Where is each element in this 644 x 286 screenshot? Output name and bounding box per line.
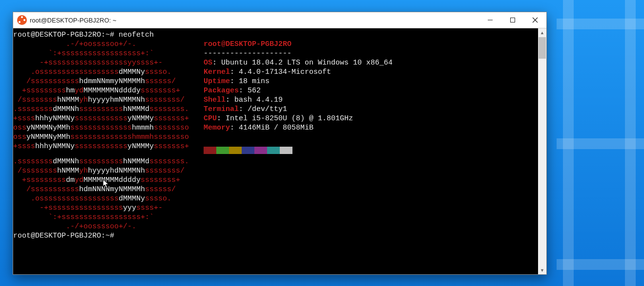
- neofetch-row: .ossssssssssssssssssdMMMNysssso.Kernel: …: [13, 67, 535, 77]
- value-cpu: : Intel i5-8250U (8) @ 1.801GHz: [217, 114, 353, 123]
- neofetch-row: /sssssssshNMMMyhhyyyyhdNMMMNhssssssss/: [13, 166, 535, 176]
- ascii-art-line: /ssssssssssshdmmNNmmyNMMMMhssssss/: [13, 77, 204, 86]
- label-memory: Memory: [204, 124, 230, 132]
- ascii-art-line: -+ssssssssssssssssssyyssss+-: [13, 58, 204, 67]
- neofetch-row: +ssssssssshmydMMMMMMMNddddyssssssss+Pack…: [13, 86, 535, 95]
- terminal-client-area[interactable]: root@DESKTOP-PGBJ2RO:~# neofetch .-/+oos…: [13, 28, 546, 274]
- titlebar[interactable]: root@DESKTOP-PGBJ2RO: ~: [13, 12, 546, 28]
- neofetch-info-line: Shell: bash 4.4.19: [204, 95, 283, 105]
- ascii-art-line: -+sssssssssssssssssyyyssss+-: [13, 203, 204, 213]
- terminal-output[interactable]: root@DESKTOP-PGBJ2RO:~# neofetch .-/+oos…: [13, 28, 538, 274]
- ascii-art-line: .ssssssssdMMMNhsssssssssshNMMMdssssssss.: [13, 157, 204, 166]
- ascii-art-line: ossyNMMMNyMMhsssssssssssssshmmmhssssssso: [13, 132, 204, 142]
- value-uptime: : 18 mins: [230, 77, 270, 86]
- label-kernel: Kernel: [204, 68, 230, 76]
- neofetch-row: -+sssssssssssssssssyyyssss+-: [13, 203, 535, 213]
- neofetch-row: .-/+oossssoo+/-.root@DESKTOP-PGBJ2RO: [13, 40, 535, 49]
- neofetch-row: +sssssssssdmydMMMMMMMMddddyssssssss+: [13, 176, 535, 185]
- vertical-scrollbar[interactable]: ▲ ▼: [538, 28, 546, 274]
- label-shell: Shell: [204, 96, 226, 104]
- label-os: OS: [204, 59, 212, 67]
- maximize-button[interactable]: [501, 12, 524, 28]
- ascii-art-line: /ssssssssssshdmNNNNmyNMMMMhssssss/: [13, 185, 204, 194]
- value-os: : Ubuntu 18.04.2 LTS on Windows 10 x86_6…: [212, 59, 393, 67]
- neofetch-row: /sssssssshNMMMyhhyyyyhmNMMMNhssssssss/Sh…: [13, 95, 535, 105]
- close-button[interactable]: [524, 12, 546, 28]
- label-terminal: Terminal: [204, 105, 239, 113]
- neofetch-row: ossyNMMMNyMMhsssssssssssssshmmmhssssssso…: [13, 123, 535, 132]
- scroll-up-arrow-icon[interactable]: ▲: [538, 28, 546, 37]
- color-swatch: [216, 147, 229, 154]
- ascii-art-line: `:+ssssssssssssssssss+:`: [13, 49, 204, 58]
- ubuntu-icon: [17, 15, 27, 25]
- neofetch-row: -+ssssssssssssssssssyyssss+-OS: Ubuntu 1…: [13, 58, 535, 67]
- ascii-art-line: /sssssssshNMMMyhhyyyyhdNMMMNhssssssss/: [13, 166, 204, 176]
- neofetch-info-line: [204, 142, 292, 157]
- color-swatch: [229, 147, 242, 154]
- neofetch-info-line: OS: Ubuntu 18.04.2 LTS on Windows 10 x86…: [204, 58, 393, 67]
- ascii-art-line: `:+ssssssssssssssssss+:`: [13, 213, 204, 222]
- label-packages: Packages: [204, 87, 239, 95]
- color-swatch: [242, 147, 254, 154]
- prompt-text: root@DESKTOP-PGBJ2RO:~# neofetch: [13, 31, 154, 39]
- ascii-art-line: +sssshhhyNMMNyssssssssssssyNMMMysssssss+: [13, 142, 204, 157]
- window-title: root@DESKTOP-PGBJ2RO: ~: [30, 17, 479, 24]
- neofetch-user-host: root@DESKTOP-PGBJ2RO: [204, 40, 291, 48]
- label-uptime: Uptime: [204, 77, 230, 86]
- svg-rect-1: [511, 18, 515, 22]
- prompt-text: root@DESKTOP-PGBJ2RO:~#: [13, 232, 119, 240]
- color-swatch: [280, 147, 292, 154]
- neofetch-row: /ssssssssssshdmNNNNmyNMMMMhssssss/: [13, 185, 535, 194]
- win10-logo-horizontal-stripe: [557, 259, 644, 270]
- win10-logo-horizontal-stripe: [557, 138, 644, 149]
- neofetch-row: +sssshhhyNMMNyssssssssssssyNMMMysssssss+…: [13, 114, 535, 123]
- neofetch-row: +sssshhhyNMMNyssssssssssssyNMMMysssssss+: [13, 142, 535, 157]
- ascii-art-line: .ssssssssdMMMNhsssssssssshNMMMdssssssss.: [13, 105, 204, 114]
- color-swatch: [254, 147, 267, 154]
- neofetch-info-line: Terminal: /dev/tty1: [204, 105, 287, 114]
- scroll-thumb[interactable]: [539, 37, 546, 59]
- neofetch-info-line: Kernel: 4.4.0-17134-Microsoft: [204, 67, 331, 77]
- ascii-art-line: +sssshhhyNMMNyssssssssssssyNMMMysssssss+: [13, 114, 204, 123]
- neofetch-row: `:+ssssssssssssssssss+:`----------------…: [13, 49, 535, 58]
- value-memory: : 4146MiB / 8058MiB: [230, 124, 313, 132]
- minimize-button[interactable]: [479, 12, 501, 28]
- desktop-background: root@DESKTOP-PGBJ2RO: ~ root@DESKTOP-PGB…: [0, 0, 644, 286]
- ascii-art-line: +ssssssssshmydMMMMMMMNddddyssssssss+: [13, 86, 204, 95]
- neofetch-info-line: Packages: 562: [204, 86, 261, 95]
- terminal-window: root@DESKTOP-PGBJ2RO: ~ root@DESKTOP-PGB…: [13, 12, 547, 275]
- value-terminal: : /dev/tty1: [239, 105, 287, 113]
- color-swatch: [267, 147, 280, 154]
- prompt-line: root@DESKTOP-PGBJ2RO:~# neofetch: [13, 30, 535, 40]
- win10-logo-horizontal-stripe: [557, 19, 644, 29]
- neofetch-row: .ossssssssssssssssssdMMMNysssso.: [13, 194, 535, 203]
- neofetch-info-line: root@DESKTOP-PGBJ2RO: [204, 40, 291, 49]
- neofetch-row: ossyNMMMNyMMhsssssssssssssshmmmhssssssso: [13, 132, 535, 142]
- neofetch-row: /ssssssssssshdmmNNmmyNMMMMhssssss/Uptime…: [13, 77, 535, 86]
- neofetch-row: .ssssssssdMMMNhsssssssssshNMMMdssssssss.: [13, 157, 535, 166]
- neofetch-info-line: CPU: Intel i5-8250U (8) @ 1.801GHz: [204, 114, 353, 123]
- ascii-art-line: .ossssssssssssssssssdMMMNysssso.: [13, 67, 204, 77]
- color-swatches: [204, 147, 292, 154]
- scroll-down-arrow-icon[interactable]: ▼: [538, 266, 546, 274]
- value-kernel: : 4.4.0-17134-Microsoft: [230, 68, 331, 76]
- neofetch-row: .ssssssssdMMMNhsssssssssshNMMMdssssssss.…: [13, 105, 535, 114]
- color-swatch: [204, 147, 216, 154]
- neofetch-info-line: Uptime: 18 mins: [204, 77, 270, 86]
- ascii-art-line: .-/+oossssoo+/-.: [13, 40, 204, 49]
- value-packages: : 562: [239, 87, 261, 95]
- neofetch-row: `:+ssssssssssssssssss+:`: [13, 213, 535, 222]
- ascii-art-line: +sssssssssdmydMMMMMMMMddddyssssssss+: [13, 176, 204, 185]
- ascii-art-line: .-/+oossssoo+/-.: [13, 222, 204, 231]
- prompt-line: root@DESKTOP-PGBJ2RO:~#: [13, 231, 535, 241]
- neofetch-info-line: --------------------: [204, 49, 291, 58]
- neofetch-row: .-/+oossssoo+/-.: [13, 222, 535, 231]
- ascii-art-line: ossyNMMMNyMMhsssssssssssssshmmmhssssssso: [13, 123, 204, 132]
- window-controls: [479, 12, 546, 28]
- neofetch-separator: --------------------: [204, 49, 291, 58]
- ascii-art-line: /sssssssshNMMMyhhyyyyhmNMMMNhssssssss/: [13, 95, 204, 105]
- neofetch-info-line: Memory: 4146MiB / 8058MiB: [204, 123, 313, 132]
- ascii-art-line: .ossssssssssssssssssdMMMNysssso.: [13, 194, 204, 203]
- value-shell: : bash 4.4.19: [226, 96, 283, 104]
- label-cpu: CPU: [204, 114, 217, 123]
